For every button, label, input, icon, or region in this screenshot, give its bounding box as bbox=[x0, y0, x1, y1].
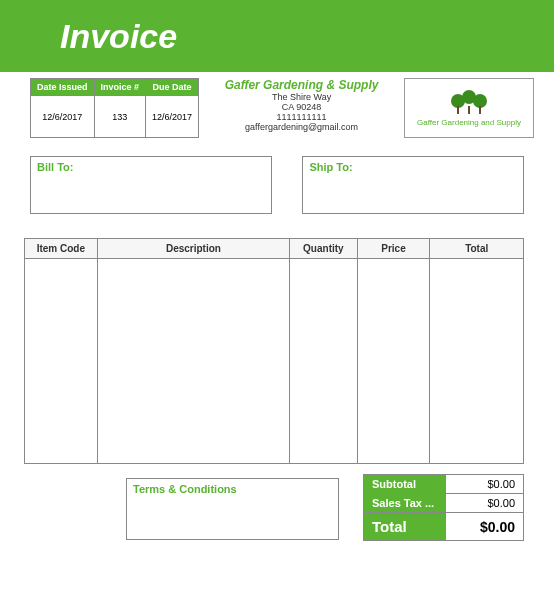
invoice-meta-table: Date Issued Invoice # Due Date 12/6/2017… bbox=[30, 78, 199, 138]
cell-item-code bbox=[25, 259, 98, 464]
company-info: Gaffer Gardening & Supply The Shire Way … bbox=[219, 78, 384, 138]
col-header-total: Total bbox=[430, 239, 524, 259]
trees-icon bbox=[449, 90, 489, 114]
page-title: Invoice bbox=[60, 17, 177, 56]
total-value: $0.00 bbox=[446, 513, 524, 541]
company-addr1: The Shire Way bbox=[219, 92, 384, 102]
cell-description bbox=[97, 259, 289, 464]
ship-to-label: Ship To: bbox=[309, 161, 517, 173]
ship-to-box: Ship To: bbox=[302, 156, 524, 214]
company-logo: Gaffer Gardening and Supply bbox=[404, 78, 534, 138]
table-row bbox=[25, 259, 524, 464]
company-phone: 1111111111 bbox=[219, 112, 384, 122]
address-section: Bill To: Ship To: bbox=[0, 138, 554, 214]
tax-label: Sales Tax ... bbox=[364, 494, 446, 513]
cell-price bbox=[357, 259, 430, 464]
header-banner: Invoice bbox=[0, 0, 554, 72]
subtotal-row: Subtotal $0.00 bbox=[364, 475, 524, 494]
meta-header-due-date: Due Date bbox=[146, 79, 199, 96]
subtotal-label: Subtotal bbox=[364, 475, 446, 494]
company-addr2: CA 90248 bbox=[219, 102, 384, 112]
company-email: gaffergardening@gmail.com bbox=[219, 122, 384, 132]
tax-value: $0.00 bbox=[446, 494, 524, 513]
meta-header-invoice-no: Invoice # bbox=[94, 79, 146, 96]
bill-to-label: Bill To: bbox=[37, 161, 265, 173]
terms-box: Terms & Conditions bbox=[126, 478, 339, 540]
bottom-section: Terms & Conditions Subtotal $0.00 Sales … bbox=[0, 464, 554, 561]
col-header-price: Price bbox=[357, 239, 430, 259]
logo-caption: Gaffer Gardening and Supply bbox=[417, 118, 521, 127]
top-section: Date Issued Invoice # Due Date 12/6/2017… bbox=[0, 72, 554, 138]
bill-to-box: Bill To: bbox=[30, 156, 272, 214]
tax-row: Sales Tax ... $0.00 bbox=[364, 494, 524, 513]
meta-value-due-date: 12/6/2017 bbox=[146, 96, 199, 138]
col-header-item-code: Item Code bbox=[25, 239, 98, 259]
cell-quantity bbox=[290, 259, 358, 464]
col-header-description: Description bbox=[97, 239, 289, 259]
totals-table: Subtotal $0.00 Sales Tax ... $0.00 Total… bbox=[363, 474, 524, 541]
total-row: Total $0.00 bbox=[364, 513, 524, 541]
items-table: Item Code Description Quantity Price Tot… bbox=[24, 238, 524, 464]
col-header-quantity: Quantity bbox=[290, 239, 358, 259]
subtotal-value: $0.00 bbox=[446, 475, 524, 494]
meta-value-invoice-no: 133 bbox=[94, 96, 146, 138]
meta-value-date-issued: 12/6/2017 bbox=[31, 96, 95, 138]
meta-header-date-issued: Date Issued bbox=[31, 79, 95, 96]
total-label: Total bbox=[364, 513, 446, 541]
terms-label: Terms & Conditions bbox=[133, 483, 332, 495]
cell-total bbox=[430, 259, 524, 464]
company-name: Gaffer Gardening & Supply bbox=[219, 78, 384, 92]
